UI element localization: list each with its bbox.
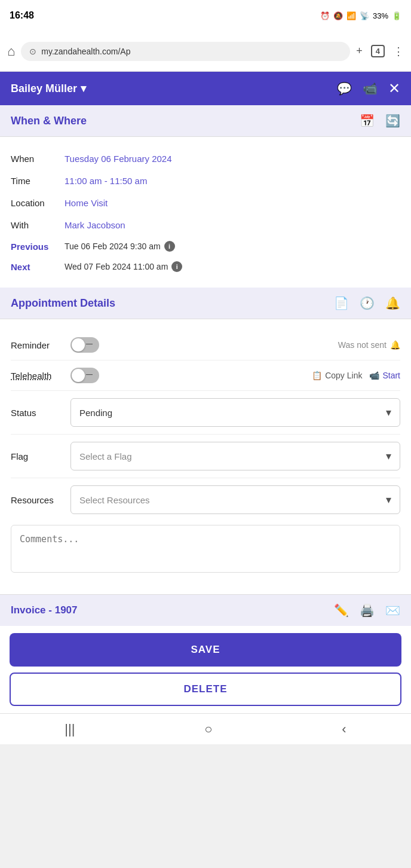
mute-icon: 🔕 — [333, 11, 343, 20]
telehealth-actions: 📋 Copy Link 📹 Start — [312, 371, 400, 380]
when-where-content: When Tuesday 06 February 2024 Time 11:00… — [0, 137, 411, 288]
video-icon[interactable]: 📹 — [363, 81, 378, 96]
bell-icon[interactable]: 🔔 — [385, 296, 400, 310]
flag-placeholder: Select a Flag — [79, 451, 132, 461]
print-icon[interactable]: 🖨️ — [360, 603, 375, 618]
refresh-icon[interactable]: 🔄 — [385, 114, 400, 128]
when-row: When Tuesday 06 February 2024 — [11, 148, 400, 170]
browser-actions: + 4 ⋮ — [356, 45, 404, 58]
with-label: With — [11, 220, 65, 230]
nav-back-icon[interactable]: ‹ — [342, 722, 346, 737]
new-tab-icon[interactable]: + — [356, 45, 363, 57]
with-value: Mark Jacobson — [65, 220, 125, 230]
signal-icon: 📡 — [360, 11, 369, 20]
home-icon[interactable]: ⌂ — [7, 44, 15, 59]
resources-dropdown-arrow: ▾ — [386, 493, 391, 506]
reminder-status: Was not sent 🔔 — [338, 340, 400, 350]
comments-textarea[interactable] — [11, 525, 400, 573]
invoice-title: Invoice - 1907 — [11, 604, 78, 616]
dropdown-arrow-icon: ▾ — [81, 82, 86, 95]
more-options-icon[interactable]: ⋮ — [393, 45, 404, 58]
toggle-off-text: — — [86, 340, 93, 347]
when-where-title: When & Where — [11, 115, 87, 127]
edit-icon[interactable]: ✏️ — [334, 603, 349, 618]
url-text: my.zandahealth.com/Ap — [41, 47, 130, 56]
location-row: Location Home Visit — [11, 192, 400, 214]
alarm-icon: ⏰ — [320, 11, 330, 20]
copy-link-button[interactable]: 📋 Copy Link — [312, 371, 362, 380]
next-label[interactable]: Next — [11, 262, 65, 272]
location-label: Location — [11, 198, 65, 208]
nav-lines-icon[interactable]: ||| — [65, 722, 75, 737]
resources-label: Resources — [11, 495, 70, 505]
time-row: Time 11:00 am - 11:50 am — [11, 170, 400, 192]
telehealth-row: Telehealth — 📋 Copy Link 📹 Start — [11, 360, 400, 390]
patient-name[interactable]: Bailey Müller ▾ — [11, 82, 86, 95]
invoice-section: Invoice - 1907 ✏️ 🖨️ ✉️ — [0, 594, 411, 626]
resources-placeholder: Select Resources — [79, 495, 150, 505]
flag-select[interactable]: Select a Flag ▾ — [70, 442, 400, 470]
battery-icon: 🔋 — [392, 11, 401, 20]
chat-icon[interactable]: 💬 — [337, 81, 352, 96]
url-indicator-icon: ⊙ — [29, 47, 36, 56]
url-bar[interactable]: ⊙ my.zandahealth.com/Ap — [21, 42, 350, 61]
appt-details-section-header: Appointment Details 📄 🕐 🔔 — [0, 288, 411, 319]
video-small-icon: 📹 — [369, 371, 379, 380]
time-label: Time — [11, 176, 65, 186]
toggle-knob — [72, 338, 85, 352]
telehealth-controls: — 📋 Copy Link 📹 Start — [70, 368, 400, 383]
appt-details-title: Appointment Details — [11, 297, 115, 310]
bell-small-icon: 🔔 — [390, 340, 400, 350]
history-icon[interactable]: 🕐 — [360, 296, 375, 310]
location-value: Home Visit — [65, 198, 108, 208]
when-where-icons: 📅 🔄 — [360, 114, 400, 128]
reminder-toggle[interactable]: — — [70, 337, 99, 353]
next-info-icon[interactable]: i — [171, 261, 182, 272]
status-dropdown-arrow: ▾ — [386, 406, 391, 419]
copy-icon: 📋 — [312, 371, 322, 380]
next-row: Next Wed 07 Feb 2024 11:00 am i — [11, 256, 400, 277]
app-header: Bailey Müller ▾ 💬 📹 ✕ — [0, 72, 411, 105]
tab-count[interactable]: 4 — [371, 45, 385, 57]
status-time: 16:48 — [10, 10, 34, 21]
telehealth-toggle[interactable]: — — [70, 368, 99, 383]
bottom-nav: ||| ○ ‹ — [0, 713, 411, 744]
status-icons: ⏰ 🔕 📶 📡 33% 🔋 — [320, 11, 401, 20]
document-icon[interactable]: 📄 — [334, 296, 349, 310]
status-bar: 16:48 ⏰ 🔕 📶 📡 33% 🔋 — [0, 0, 411, 31]
resources-select[interactable]: Select Resources ▾ — [70, 485, 400, 514]
telehealth-toggle-off-text: — — [86, 371, 93, 378]
status-selected-value: Pending — [79, 408, 112, 418]
previous-row: Previous Tue 06 Feb 2024 9:30 am i — [11, 236, 400, 256]
save-button[interactable]: SAVE — [10, 633, 401, 667]
header-left: Bailey Müller ▾ — [11, 82, 86, 95]
next-value: Wed 07 Feb 2024 11:00 am i — [65, 261, 182, 272]
appt-details-content: Reminder — Was not sent 🔔 Telehealth — 📋 — [0, 319, 411, 594]
telehealth-toggle-knob — [72, 369, 85, 382]
calendar-icon[interactable]: 📅 — [360, 114, 375, 128]
invoice-icons: ✏️ 🖨️ ✉️ — [334, 603, 400, 618]
delete-button[interactable]: DELETE — [10, 673, 401, 706]
email-icon[interactable]: ✉️ — [385, 603, 400, 618]
appt-details-icons: 📄 🕐 🔔 — [334, 296, 400, 310]
wifi-icon: 📶 — [346, 11, 356, 20]
time-value: 11:00 am - 11:50 am — [65, 176, 147, 186]
previous-info-icon[interactable]: i — [164, 241, 175, 252]
flag-row: Flag Select a Flag ▾ — [11, 435, 400, 478]
reminder-row: Reminder — Was not sent 🔔 — [11, 330, 400, 360]
when-where-section-header: When & Where 📅 🔄 — [0, 105, 411, 137]
resources-row: Resources Select Resources ▾ — [11, 478, 400, 521]
browser-bar: ⌂ ⊙ my.zandahealth.com/Ap + 4 ⋮ — [0, 31, 411, 72]
action-buttons: SAVE DELETE — [0, 626, 411, 713]
flag-dropdown-arrow: ▾ — [386, 450, 391, 463]
flag-label: Flag — [11, 451, 70, 461]
start-button[interactable]: 📹 Start — [369, 371, 400, 380]
with-row: With Mark Jacobson — [11, 214, 400, 236]
previous-value: Tue 06 Feb 2024 9:30 am i — [65, 241, 175, 252]
nav-home-circle-icon[interactable]: ○ — [204, 722, 212, 737]
previous-label[interactable]: Previous — [11, 242, 65, 252]
header-icons: 💬 📹 ✕ — [337, 80, 400, 97]
when-value: Tuesday 06 February 2024 — [65, 154, 172, 164]
status-select[interactable]: Pending ▾ — [70, 398, 400, 427]
close-button[interactable]: ✕ — [388, 80, 400, 97]
